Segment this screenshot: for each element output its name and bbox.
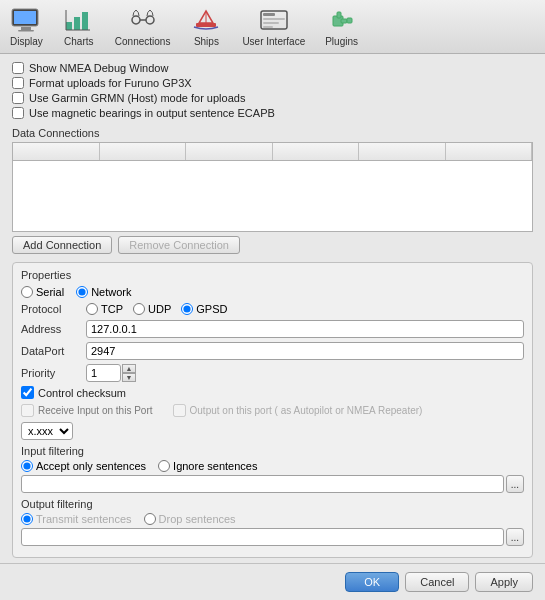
properties-title: Properties [21, 269, 524, 281]
tcp-radio-item[interactable]: TCP [86, 303, 123, 315]
output-port-label: Output on this port ( as Autopilot or NM… [190, 405, 423, 416]
output-filtering-ellipsis-button[interactable]: ... [506, 528, 524, 546]
receive-input-option: Receive Input on this Port [21, 404, 153, 417]
control-checksum-checkbox[interactable] [21, 386, 34, 399]
priority-down-btn[interactable]: ▼ [122, 373, 136, 382]
checkbox-row-0: Show NMEA Debug Window [12, 62, 533, 74]
output-filtering-title: Output filtering [21, 498, 524, 510]
checkbox-format-furuno[interactable] [12, 77, 24, 89]
input-filtering-input-row: ... [21, 475, 524, 493]
priority-up-btn[interactable]: ▲ [122, 364, 136, 373]
dataport-row: DataPort [21, 342, 524, 360]
protocol-radios: TCP UDP GPSD [86, 303, 227, 315]
add-connection-button[interactable]: Add Connection [12, 236, 112, 254]
svg-rect-13 [196, 23, 216, 27]
dataport-label: DataPort [21, 345, 86, 357]
svg-rect-2 [21, 27, 31, 30]
svg-rect-22 [337, 12, 341, 18]
receive-input-checkbox[interactable] [21, 404, 34, 417]
input-filtering-input[interactable] [21, 475, 504, 493]
serial-radio[interactable] [21, 286, 33, 298]
udp-radio-item[interactable]: UDP [133, 303, 171, 315]
svg-rect-18 [263, 22, 279, 24]
toolbar-item-connections[interactable]: Connections [115, 6, 171, 47]
input-filtering-radio-row: Accept only sentences Ignore sentences [21, 460, 524, 472]
output-port-checkbox[interactable] [173, 404, 186, 417]
ui-icon [258, 6, 290, 34]
serial-radio-item[interactable]: Serial [21, 286, 64, 298]
transmit-radio[interactable] [21, 513, 33, 525]
ignore-sentences-radio-item[interactable]: Ignore sentences [158, 460, 257, 472]
svg-rect-5 [74, 17, 80, 30]
accept-only-radio-item[interactable]: Accept only sentences [21, 460, 146, 472]
cancel-button[interactable]: Cancel [405, 572, 469, 592]
port-options-row: Receive Input on this Port Output on thi… [21, 404, 524, 417]
svg-rect-17 [263, 18, 285, 20]
svg-point-10 [146, 16, 154, 24]
checkbox-label-1: Format uploads for Furuno GP3X [29, 77, 192, 89]
control-checksum-label: Control checksum [38, 387, 126, 399]
svg-rect-4 [66, 22, 72, 30]
checksum-row: Control checksum [21, 386, 524, 399]
toolbar-label-ships: Ships [194, 36, 219, 47]
table-header [13, 143, 532, 161]
ok-button[interactable]: OK [345, 572, 399, 592]
address-row: Address [21, 320, 524, 338]
plugins-icon [326, 6, 358, 34]
priority-input[interactable] [86, 364, 121, 382]
svg-rect-16 [263, 13, 275, 16]
drop-label: Drop sentences [159, 513, 236, 525]
charts-icon [63, 6, 95, 34]
input-filtering-title: Input filtering [21, 445, 524, 457]
col-3 [273, 143, 360, 160]
gpsd-radio[interactable] [181, 303, 193, 315]
bottom-bar: OK Cancel Apply [0, 563, 545, 600]
dataport-input[interactable] [86, 342, 524, 360]
tcp-radio[interactable] [86, 303, 98, 315]
toolbar-label-ui: User Interface [242, 36, 305, 47]
udp-label: UDP [148, 303, 171, 315]
properties-section: Properties Serial Network Protocol TCP [12, 262, 533, 558]
toolbar-label-plugins: Plugins [325, 36, 358, 47]
input-filtering-section: Input filtering Accept only sentences Ig… [21, 445, 524, 493]
address-label: Address [21, 323, 86, 335]
checkbox-label-0: Show NMEA Debug Window [29, 62, 168, 74]
accept-only-radio[interactable] [21, 460, 33, 472]
transmit-radio-item[interactable]: Transmit sentences [21, 513, 132, 525]
toolbar-item-ui[interactable]: User Interface [242, 6, 305, 47]
apply-button[interactable]: Apply [475, 572, 533, 592]
toolbar-item-charts[interactable]: Charts [63, 6, 95, 47]
output-filtering-input-row: ... [21, 528, 524, 546]
tcp-label: TCP [101, 303, 123, 315]
receive-input-label: Receive Input on this Port [38, 405, 153, 416]
svg-rect-23 [347, 18, 352, 23]
drop-radio-item[interactable]: Drop sentences [144, 513, 236, 525]
toolbar-item-plugins[interactable]: Plugins [325, 6, 358, 47]
checkbox-row-3: Use magnetic bearings in output sentence… [12, 107, 533, 119]
network-radio-item[interactable]: Network [76, 286, 131, 298]
gpsd-radio-item[interactable]: GPSD [181, 303, 227, 315]
gpsd-label: GPSD [196, 303, 227, 315]
checkbox-show-nmea[interactable] [12, 62, 24, 74]
toolbar-item-ships[interactable]: Ships [190, 6, 222, 47]
format-row: x.xxx [21, 422, 524, 440]
toolbar-item-display[interactable]: Display [10, 6, 43, 47]
display-icon [10, 6, 42, 34]
data-connections-label: Data Connections [12, 127, 533, 139]
toolbar-label-display: Display [10, 36, 43, 47]
address-input[interactable] [86, 320, 524, 338]
checkbox-use-garmin[interactable] [12, 92, 24, 104]
network-radio[interactable] [76, 286, 88, 298]
main-content: Show NMEA Debug Window Format uploads fo… [0, 54, 545, 566]
output-filtering-input[interactable] [21, 528, 504, 546]
ignore-sentences-radio[interactable] [158, 460, 170, 472]
checkbox-row-2: Use Garmin GRMN (Host) mode for uploads [12, 92, 533, 104]
checkbox-magnetic-bearings[interactable] [12, 107, 24, 119]
format-select[interactable]: x.xxx [21, 422, 73, 440]
remove-connection-button[interactable]: Remove Connection [118, 236, 240, 254]
priority-row: Priority ▲ ▼ [21, 364, 524, 382]
transmit-label: Transmit sentences [36, 513, 132, 525]
udp-radio[interactable] [133, 303, 145, 315]
drop-radio[interactable] [144, 513, 156, 525]
input-filtering-ellipsis-button[interactable]: ... [506, 475, 524, 493]
